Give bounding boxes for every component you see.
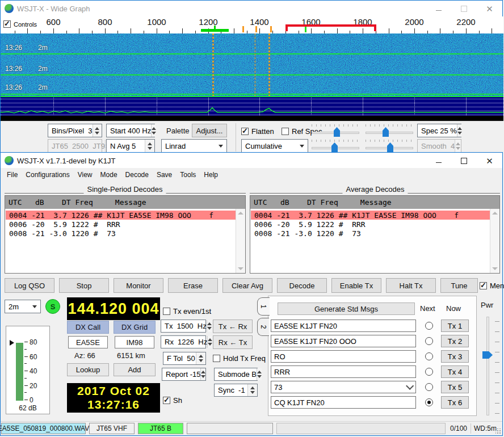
- tx-message-field[interactable]: RO: [271, 350, 416, 363]
- tx-message-field[interactable]: RRR: [271, 365, 416, 378]
- hold-tx-checkbox-box[interactable]: [213, 355, 220, 362]
- main-titlebar[interactable]: WSJT-X v1.7.1-devel by K1JT ✕: [1, 153, 502, 169]
- scrollbar[interactable]: [490, 209, 499, 273]
- scrollbar[interactable]: [236, 209, 245, 273]
- tx-4-button[interactable]: Tx 4: [441, 365, 469, 378]
- tx-1-button[interactable]: Tx 1: [441, 320, 469, 332]
- display-mode-dropdown[interactable]: Cumulative: [241, 139, 308, 153]
- wide-graph-titlebar[interactable]: WSJT-X - Wide Graph ✕: [1, 1, 502, 16]
- generate-std-msgs-button[interactable]: Generate Std Msgs: [278, 302, 415, 315]
- tx-5-button[interactable]: Tx 5: [441, 381, 469, 393]
- maximize-button[interactable]: [451, 1, 477, 16]
- sh-checkbox[interactable]: Sh: [163, 396, 182, 405]
- decode-row[interactable]: 0004 -21 3.7 1226 ## K1JT EA5SE IM98 OOO…: [6, 211, 236, 220]
- button-decode[interactable]: Decode: [277, 278, 327, 293]
- tx-from-rx-button[interactable]: Tx ← Rx: [213, 320, 253, 333]
- next-radio-5[interactable]: [425, 383, 433, 391]
- lookup-button[interactable]: Lookup: [67, 363, 109, 376]
- sync-spinner[interactable]: Sync -1: [214, 384, 258, 397]
- spinner-arrows[interactable]: [257, 368, 262, 380]
- spec-percent-spinner[interactable]: Spec 25 %: [417, 124, 461, 137]
- dx-call-field[interactable]: EA5SE: [68, 336, 108, 348]
- status-s-button[interactable]: S: [45, 299, 60, 314]
- band-selector[interactable]: 2m: [5, 300, 41, 313]
- minimize-button[interactable]: [426, 1, 451, 16]
- tx-6-button[interactable]: Tx 6: [441, 396, 469, 409]
- button-clear-avg[interactable]: Clear Avg: [222, 278, 272, 293]
- scroll-up-icon[interactable]: [238, 212, 243, 215]
- spinner-arrows[interactable]: [200, 368, 205, 380]
- menu-decode[interactable]: Decode: [121, 169, 153, 180]
- button-tune[interactable]: Tune: [440, 278, 478, 293]
- tab-1[interactable]: 1: [257, 297, 270, 316]
- menu-mode[interactable]: Mode: [96, 169, 121, 180]
- minimize-button[interactable]: [426, 153, 451, 169]
- slider-handle[interactable]: [334, 127, 340, 137]
- flatten-checkbox-box[interactable]: [241, 128, 249, 135]
- decode-row[interactable]: 0006 -20 5.9 1222 # RRR: [251, 220, 366, 229]
- next-radio-4[interactable]: [425, 368, 433, 376]
- close-button[interactable]: ✕: [477, 1, 502, 16]
- tx-message-field[interactable]: EA5SE K1JT FN20 OOO: [271, 335, 416, 347]
- spinner-arrows[interactable]: [247, 384, 257, 396]
- menus-checkbox[interactable]: Menus: [480, 281, 504, 290]
- button-monitor[interactable]: Monitor: [114, 278, 163, 293]
- menu-tools[interactable]: Tools: [176, 169, 200, 180]
- next-radio-6[interactable]: [425, 398, 433, 406]
- add-button[interactable]: Add: [114, 363, 156, 376]
- menu-view[interactable]: View: [74, 169, 96, 180]
- menu-configurations[interactable]: Configurations: [22, 169, 73, 180]
- spinner-arrows[interactable]: [151, 124, 156, 137]
- zero-slider-1[interactable]: [366, 124, 413, 137]
- close-button[interactable]: ✕: [477, 153, 502, 169]
- slider-handle[interactable]: [331, 142, 338, 152]
- next-radio-3[interactable]: [425, 352, 433, 360]
- dx-call-button[interactable]: DX Call: [67, 321, 109, 334]
- menus-checkbox-box[interactable]: [480, 282, 487, 289]
- menu-file[interactable]: File: [3, 169, 22, 180]
- controls-checkbox[interactable]: Controls: [3, 20, 37, 28]
- single-period-decodes-pane[interactable]: UTC dB DT Freq Message0004 -21 3.7 1226 …: [5, 195, 246, 274]
- tx-message-field[interactable]: CQ K1JT FN20: [271, 396, 416, 409]
- menu-help[interactable]: Help: [200, 169, 222, 180]
- pwr-slider-track[interactable]: [486, 317, 489, 415]
- tx-freq-spinner[interactable]: Tx 1500 Hz: [161, 320, 206, 333]
- submode-spinner[interactable]: Submode B: [214, 368, 258, 381]
- spinner-arrows[interactable]: [196, 352, 205, 364]
- waterfall-display[interactable]: 13:262m13:262m13:262m: [1, 33, 503, 96]
- button-log-qso[interactable]: Log QSO: [5, 278, 54, 293]
- resize-grip[interactable]: [495, 428, 501, 434]
- decode-row[interactable]: 0004 -21 3.7 1226 ## K1JT EA5SE IM98 OOO…: [251, 211, 490, 220]
- adjust-button[interactable]: Adjust...: [192, 124, 227, 137]
- n-avg-spinner[interactable]: N Avg 5: [106, 139, 155, 153]
- tx-message-field[interactable]: EA5SE K1JT FN20: [271, 320, 416, 332]
- tx-even-checkbox[interactable]: Tx even/1st: [163, 307, 211, 316]
- spinner-arrows[interactable]: [93, 124, 102, 137]
- decode-row[interactable]: 0008 -21 -3.0 1220 # 73: [6, 229, 116, 238]
- tab-2[interactable]: 2: [257, 318, 269, 336]
- button-erase[interactable]: Erase: [168, 278, 218, 293]
- spinner-arrows[interactable]: [145, 140, 154, 152]
- bins-pixel-spinner[interactable]: Bins/Pixel 3: [48, 124, 102, 137]
- sh-checkbox-box[interactable]: [163, 397, 170, 404]
- controls-checkbox-box[interactable]: [3, 20, 11, 28]
- gain-slider-2[interactable]: [312, 140, 359, 152]
- scroll-down-icon[interactable]: [238, 267, 243, 270]
- decode-row[interactable]: 0008 -21 -3.0 1220 # 73: [251, 229, 361, 238]
- spinner-arrows[interactable]: [457, 124, 462, 137]
- gain-slider-1[interactable]: [312, 124, 359, 137]
- flatten-checkbox[interactable]: Flatten: [241, 127, 274, 136]
- tx-even-checkbox-box[interactable]: [163, 308, 170, 315]
- tx-2-button[interactable]: Tx 2: [441, 335, 469, 347]
- f-tol-spinner[interactable]: F Tol 50: [163, 352, 206, 365]
- button-halt-tx[interactable]: Halt Tx: [386, 278, 436, 293]
- palette-dropdown[interactable]: Linrad: [161, 139, 227, 153]
- menu-save[interactable]: Save: [153, 169, 176, 180]
- next-radio-1[interactable]: [425, 322, 433, 330]
- scroll-down-icon[interactable]: [492, 267, 498, 270]
- tx-message-field[interactable]: 73: [271, 381, 416, 393]
- start-freq-spinner[interactable]: Start 400 Hz: [106, 124, 155, 137]
- button-enable-tx[interactable]: Enable Tx: [331, 278, 381, 293]
- report-spinner[interactable]: Report -15: [162, 368, 206, 381]
- average-decodes-pane[interactable]: UTC dB DT Freq Message0004 -21 3.7 1226 …: [250, 195, 500, 274]
